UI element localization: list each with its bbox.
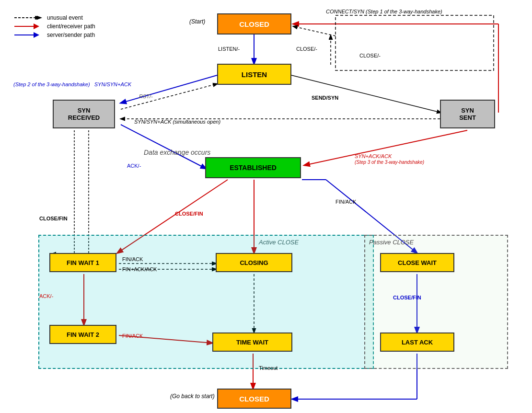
state-syn-sent: SYN SENT [440,100,495,128]
legend-unusual-label: unusual event [47,14,83,21]
legend-client: client/receiver path [14,23,95,30]
legend: unusual event client/receiver path serve… [14,14,95,40]
state-syn-received: SYN RECEIVED [53,100,115,128]
state-time-wait: TIME WAIT [212,333,292,352]
listen-label: LISTEN/- [218,46,240,52]
fin-ack-closing-label: FIN/ACK [122,256,143,262]
state-last-ack: LAST ACK [380,333,454,352]
svg-line-9 [121,125,206,169]
svg-line-5 [291,75,441,113]
legend-client-label: client/receiver path [47,23,95,30]
timeout-label: Timeout [259,365,278,371]
simultaneous-open-label: SYN/SYN+ACK (simultaneous open) [134,119,220,125]
close-fin-left-label: CLOSE/FIN [39,216,68,221]
close-fin-passive-label: CLOSE/FIN [393,295,421,300]
ack-dash-label: ACK/- [127,163,141,169]
svg-line-4 [121,75,217,103]
svg-line-6 [121,84,217,109]
fin-ack-ack-label: FIN+ACK/ACK [122,266,157,272]
state-fin-wait2: FIN WAIT 2 [49,325,116,344]
legend-server: server/sender path [14,32,95,38]
close-dash-label: CLOSE/- [296,46,317,52]
svg-line-26 [293,26,335,36]
state-listen: LISTEN [217,64,291,85]
connect-syn-label: CONNECT/SYN (Step 1 of the 3-way-handsha… [326,9,442,14]
step3-label: SYN+ACK/ACK(Step 3 of the 3-way-handshak… [355,153,424,165]
legend-unusual: unusual event [14,14,95,21]
step2-label: (Step 2 of the 3-way-handshake) SYN/SYN+… [13,81,131,87]
active-close-label: Active CLOSE [259,239,299,246]
rst-label: RST/- [139,93,153,99]
legend-server-label: server/sender path [47,32,95,38]
go-back-label: (Go back to start) [170,393,215,400]
start-label: (Start) [189,18,205,25]
state-closing: CLOSING [216,253,292,272]
tcp-state-diagram: unusual event client/receiver path serve… [0,0,532,413]
state-closed-bottom: CLOSED [217,389,291,409]
ack-dash-fw-label: ACK/- [39,293,53,299]
state-established: ESTABLISHED [205,157,301,178]
state-closed-top: CLOSED [217,13,291,34]
close-fin-center-label: CLOSE/FIN [175,211,203,217]
state-fin-wait1: FIN WAIT 1 [49,253,116,272]
close-dash-label2: CLOSE/- [359,53,381,58]
data-exchange-label: Data exchange occurs [144,149,210,156]
fin-ack-fw2-label: FIN/ACK [122,333,143,339]
state-close-wait: CLOSE WAIT [380,253,454,272]
fin-ack-right-label: FIN/ACK [335,199,356,205]
svg-rect-25 [335,15,494,70]
passive-close-label: Passive CLOSE [369,239,414,246]
send-syn-label: SEND/SYN [312,95,338,101]
